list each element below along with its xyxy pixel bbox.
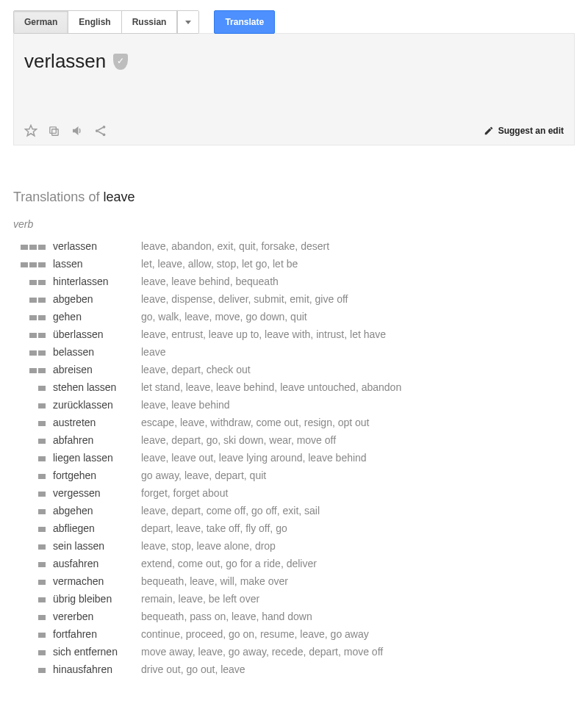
frequency-indicator <box>13 492 53 497</box>
translation-meanings: extend, come out, go for a ride, deliver <box>141 558 317 569</box>
frequency-indicator <box>13 439 53 444</box>
translation-term[interactable]: lassen <box>53 258 141 270</box>
frequency-indicator <box>13 456 53 461</box>
chevron-down-icon <box>185 21 191 24</box>
translation-term[interactable]: austreten <box>53 417 141 428</box>
translation-term[interactable]: überlassen <box>53 328 141 340</box>
result-card: verlassen Suggest an edit <box>13 33 575 145</box>
frequency-indicator <box>13 668 53 673</box>
translation-term[interactable]: abfahren <box>53 434 141 446</box>
frequency-indicator <box>13 403 53 409</box>
translation-meanings: go, walk, leave, move, go down, quit <box>141 311 307 323</box>
verified-shield-icon <box>113 54 128 70</box>
result-word-line: verlassen <box>24 50 564 73</box>
translation-term[interactable]: abgehen <box>53 505 141 517</box>
translation-term[interactable]: stehen lassen <box>53 381 141 393</box>
frequency-indicator <box>13 315 53 320</box>
translation-meanings: leave, leave out, leave lying around, le… <box>141 452 367 464</box>
translation-term[interactable]: abfliegen <box>53 522 141 534</box>
translation-meanings: go away, leave, depart, quit <box>141 469 266 481</box>
translate-button[interactable]: Translate <box>214 10 275 34</box>
language-tab[interactable]: English <box>68 11 121 33</box>
star-icon[interactable] <box>24 124 37 137</box>
translation-term[interactable]: gehen <box>53 311 141 323</box>
svg-marker-0 <box>26 126 37 136</box>
translation-term[interactable]: fortfahren <box>53 628 141 640</box>
translation-row: ausfahrenextend, come out, go for a ride… <box>13 555 575 572</box>
translation-term[interactable]: vergessen <box>53 487 141 499</box>
translation-meanings: leave <box>141 346 165 358</box>
frequency-indicator <box>13 298 53 303</box>
frequency-indicator <box>13 509 53 514</box>
translation-term[interactable]: übrig bleiben <box>53 593 141 605</box>
translation-meanings: leave, depart, go, ski down, wear, move … <box>141 434 336 446</box>
translation-term[interactable]: hinterlassen <box>53 276 141 287</box>
frequency-indicator <box>13 368 53 373</box>
language-dropdown-button[interactable] <box>177 11 198 33</box>
translations-section: Translations of leave verb verlassenleav… <box>13 190 575 678</box>
share-icon[interactable] <box>94 124 107 137</box>
translation-row: gehengo, walk, leave, move, go down, qui… <box>13 308 575 325</box>
translation-meanings: continue, proceed, go on, resume, leave,… <box>141 628 369 640</box>
frequency-indicator <box>13 421 53 426</box>
translation-row: abgehenleave, depart, come off, go off, … <box>13 502 575 519</box>
translation-meanings: bequeath, pass on, leave, hand down <box>141 611 312 622</box>
translation-meanings: move away, leave, go away, recede, depar… <box>141 646 383 658</box>
translation-meanings: leave, leave behind <box>141 399 230 411</box>
translation-meanings: leave, depart, come off, go off, exit, s… <box>141 505 320 517</box>
svg-rect-2 <box>50 126 57 133</box>
translation-row: stehen lassenlet stand, leave, leave beh… <box>13 378 575 396</box>
copy-icon[interactable] <box>48 125 60 137</box>
part-of-speech-label: verb <box>13 218 575 230</box>
frequency-indicator <box>13 333 53 338</box>
frequency-indicator <box>13 633 53 638</box>
translation-term[interactable]: fortgehen <box>53 469 141 481</box>
language-tab[interactable]: Russian <box>122 11 178 33</box>
translation-row: austretenescape, leave, withdraw, come o… <box>13 414 575 431</box>
translation-meanings: leave, abandon, exit, quit, forsake, des… <box>141 240 329 252</box>
frequency-indicator <box>13 562 53 567</box>
section-title-word: leave <box>103 190 135 204</box>
frequency-indicator <box>13 615 53 620</box>
translation-term[interactable]: vererben <box>53 611 141 622</box>
translation-term[interactable]: vermachen <box>53 575 141 587</box>
translation-term[interactable]: zurücklassen <box>53 399 141 411</box>
translation-row: vermachenbequeath, leave, will, make ove… <box>13 572 575 590</box>
translation-meanings: leave, leave behind, bequeath <box>141 276 279 287</box>
suggest-edit-label: Suggest an edit <box>498 126 564 136</box>
translation-row: fortgehengo away, leave, depart, quit <box>13 467 575 484</box>
frequency-indicator <box>13 262 53 267</box>
listen-icon[interactable] <box>71 124 84 137</box>
language-tabs: GermanEnglishRussian <box>13 10 199 34</box>
frequency-indicator <box>13 280 53 285</box>
frequency-indicator <box>13 386 53 391</box>
translation-term[interactable]: sein lassen <box>53 540 141 552</box>
translation-row: belassenleave <box>13 343 575 361</box>
translation-term[interactable]: abreisen <box>53 364 141 375</box>
frequency-indicator <box>13 544 53 550</box>
translation-row: abreisenleave, depart, check out <box>13 361 575 378</box>
translation-row: vererbenbequeath, pass on, leave, hand d… <box>13 608 575 625</box>
result-word: verlassen <box>24 50 106 73</box>
translation-row: verlassenleave, abandon, exit, quit, for… <box>13 237 575 255</box>
frequency-indicator <box>13 597 53 602</box>
language-tab[interactable]: German <box>14 11 68 33</box>
translation-term[interactable]: sich entfernen <box>53 646 141 658</box>
translation-row: sich entfernenmove away, leave, go away,… <box>13 643 575 661</box>
translation-row: hinterlassenleave, leave behind, bequeat… <box>13 273 575 290</box>
card-footer: Suggest an edit <box>24 124 564 137</box>
frequency-indicator <box>13 245 53 250</box>
translation-meanings: depart, leave, take off, fly off, go <box>141 522 287 534</box>
translation-term[interactable]: ausfahren <box>53 558 141 569</box>
translation-row: abfliegendepart, leave, take off, fly of… <box>13 519 575 537</box>
translation-term[interactable]: verlassen <box>53 240 141 252</box>
translation-term[interactable]: belassen <box>53 346 141 358</box>
translation-meanings: drive out, go out, leave <box>141 663 245 675</box>
translation-term[interactable]: liegen lassen <box>53 452 141 464</box>
translation-row: hinausfahrendrive out, go out, leave <box>13 661 575 678</box>
suggest-edit-button[interactable]: Suggest an edit <box>484 126 564 136</box>
translation-term[interactable]: hinausfahren <box>53 663 141 675</box>
translation-row: lassenlet, leave, allow, stop, let go, l… <box>13 255 575 273</box>
translation-row: überlassenleave, entrust, leave up to, l… <box>13 325 575 343</box>
translation-term[interactable]: abgeben <box>53 293 141 305</box>
